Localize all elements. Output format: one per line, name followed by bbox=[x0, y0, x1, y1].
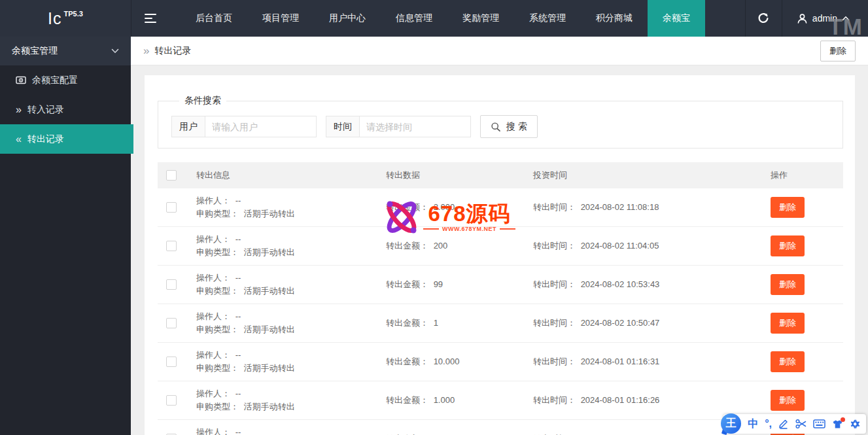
sidebar-group-yuebao[interactable]: 余额宝管理 bbox=[0, 37, 131, 65]
row-checkbox[interactable] bbox=[166, 318, 177, 328]
operator-label: 操作人： bbox=[196, 196, 230, 205]
scissors-icon[interactable] bbox=[795, 419, 807, 429]
amount-value: 10.000 bbox=[434, 357, 460, 366]
select-all-checkbox[interactable] bbox=[166, 170, 177, 181]
transfer-in-icon: » bbox=[16, 104, 22, 116]
nav-item-label: 项目管理 bbox=[262, 12, 299, 24]
admin-menu[interactable]: admin bbox=[782, 0, 868, 37]
keyboard-icon[interactable] bbox=[813, 419, 825, 428]
nav-item-0[interactable]: 后台首页 bbox=[181, 0, 247, 37]
nav-item-2[interactable]: 用户中心 bbox=[314, 0, 381, 37]
sogou-logo-icon[interactable]: 王 bbox=[721, 413, 741, 434]
type-label: 申购类型： bbox=[196, 286, 239, 296]
column-header-info: 转出信息 bbox=[196, 169, 386, 182]
nav-item-label: 信息管理 bbox=[396, 12, 432, 24]
ime-toolbar: 王 中 °, bbox=[723, 414, 866, 434]
amount-label: 转出金额： bbox=[386, 202, 428, 212]
nav-item-3[interactable]: 信息管理 bbox=[381, 0, 447, 37]
nav-item-6[interactable]: 积分商城 bbox=[581, 0, 648, 37]
chinese-mode-icon[interactable]: 中 bbox=[748, 417, 758, 431]
batch-delete-button[interactable]: 删除 bbox=[820, 41, 856, 61]
row-checkbox[interactable] bbox=[166, 241, 177, 251]
refresh-button[interactable] bbox=[745, 0, 782, 37]
type-value: 活期手动转出 bbox=[244, 286, 295, 296]
row-delete-button[interactable]: 删除 bbox=[771, 235, 805, 256]
sidebar-item-yuebao-config[interactable]: 余额宝配置 bbox=[0, 65, 131, 95]
search-button[interactable]: 搜 索 bbox=[480, 115, 538, 138]
records-card: 条件搜索 用户 时间 搜 索 bbox=[145, 75, 855, 435]
nav-item-label: 奖励管理 bbox=[462, 12, 499, 24]
row-checkbox[interactable] bbox=[166, 279, 177, 290]
amount-value: 2.000 bbox=[434, 202, 455, 212]
row-checkbox[interactable] bbox=[166, 357, 177, 367]
operator-label: 操作人： bbox=[196, 350, 230, 360]
row-delete-button[interactable]: 删除 bbox=[771, 313, 805, 334]
row-checkbox[interactable] bbox=[166, 202, 177, 213]
time-value: 2024-08-02 10:53:43 bbox=[581, 279, 660, 289]
amount-label: 转出金额： bbox=[386, 318, 428, 328]
nav-item-7[interactable]: 余额宝 bbox=[648, 0, 705, 37]
operator-label: 操作人： bbox=[196, 311, 230, 321]
search-legend: 条件搜索 bbox=[179, 95, 226, 107]
row-delete-button[interactable]: 删除 bbox=[771, 351, 805, 372]
time-filter-label: 时间 bbox=[326, 116, 360, 137]
time-value: 2024-08-01 01:16:26 bbox=[581, 395, 660, 405]
type-label: 申购类型： bbox=[196, 209, 239, 218]
search-button-label: 搜 索 bbox=[506, 121, 527, 133]
row-delete-button[interactable]: 删除 bbox=[771, 274, 805, 295]
row-delete-button[interactable]: 删除 bbox=[771, 390, 805, 411]
user-input[interactable] bbox=[205, 116, 317, 137]
menu-toggle-icon[interactable] bbox=[131, 0, 169, 37]
table-row: 操作人： -- 申购类型： 活期手动转出 转出金额： 200 转出时间： 202… bbox=[158, 227, 843, 266]
settings-gear-icon[interactable] bbox=[850, 419, 860, 429]
page-title: 转出记录 bbox=[154, 45, 191, 57]
nav-item-label: 积分商城 bbox=[596, 12, 633, 24]
user-filter-group: 用户 bbox=[171, 116, 317, 137]
topbar-right: admin bbox=[745, 0, 868, 37]
row-checkbox[interactable] bbox=[166, 395, 177, 406]
chevron-down-icon bbox=[111, 48, 119, 54]
sidebar: 余额宝管理 余额宝配置 » 转入记录 « 转出记录 bbox=[0, 37, 131, 435]
search-panel: 条件搜索 用户 时间 搜 索 bbox=[158, 95, 843, 148]
chevron-up-icon bbox=[842, 16, 850, 21]
sidebar-item-transfer-in[interactable]: » 转入记录 bbox=[0, 95, 131, 124]
skin-icon[interactable] bbox=[832, 419, 843, 429]
nav-item-4[interactable]: 奖励管理 bbox=[447, 0, 514, 37]
app-logo[interactable]: Ic TP5.3 bbox=[0, 0, 131, 37]
time-filter-group: 时间 bbox=[326, 116, 471, 137]
time-value: 2024-08-02 10:50:47 bbox=[581, 318, 660, 328]
operator-label: 操作人： bbox=[196, 234, 230, 244]
sidebar-item-label: 转出记录 bbox=[27, 133, 64, 145]
time-label: 转出时间： bbox=[533, 279, 576, 289]
nav-item-5[interactable]: 系统管理 bbox=[514, 0, 581, 37]
logo-version: TP5.3 bbox=[64, 10, 83, 18]
time-value: 2024-08-02 11:04:05 bbox=[581, 241, 659, 251]
type-label: 申购类型： bbox=[196, 363, 239, 373]
time-label: 转出时间： bbox=[533, 241, 576, 251]
operator-label: 操作人： bbox=[196, 389, 230, 398]
sidebar-item-transfer-out[interactable]: « 转出记录 bbox=[0, 124, 133, 154]
nav-item-label: 用户中心 bbox=[329, 12, 366, 24]
time-label: 转出时间： bbox=[533, 357, 576, 366]
time-input[interactable] bbox=[360, 116, 471, 137]
operator-value: -- bbox=[235, 234, 241, 244]
nav-item-1[interactable]: 项目管理 bbox=[247, 0, 314, 37]
sidebar-item-label: 余额宝配置 bbox=[32, 75, 78, 86]
amount-label: 转出金额： bbox=[386, 279, 428, 289]
transfer-out-icon: « bbox=[16, 133, 22, 145]
punctuation-icon[interactable]: °, bbox=[765, 418, 772, 430]
time-value: 2024-08-02 11:08:18 bbox=[581, 202, 659, 212]
operator-label: 操作人： bbox=[196, 273, 230, 283]
logo-text: Ic bbox=[48, 9, 61, 28]
notification-dot bbox=[841, 417, 845, 422]
row-delete-button[interactable]: 删除 bbox=[771, 197, 805, 218]
breadcrumb-bar: » 转出记录 删除 bbox=[131, 37, 868, 65]
amount-label: 转出金额： bbox=[386, 357, 428, 366]
table-row: 操作人： -- 申购类型： 活期手动转出 转出金额： 10.000 转出时间： … bbox=[158, 343, 843, 381]
type-value: 活期手动转出 bbox=[244, 324, 295, 334]
time-value: 2024-08-01 01:16:31 bbox=[581, 357, 660, 366]
table-row: 操作人： -- 申购类型： 活期手动转出 转出金额： 99 转出时间： 2024… bbox=[158, 266, 843, 304]
main-content: » 转出记录 删除 条件搜索 用户 时间 搜 bbox=[131, 37, 868, 435]
handwriting-pen-icon[interactable] bbox=[778, 419, 789, 429]
column-header-amount: 转出数据 bbox=[386, 169, 533, 181]
